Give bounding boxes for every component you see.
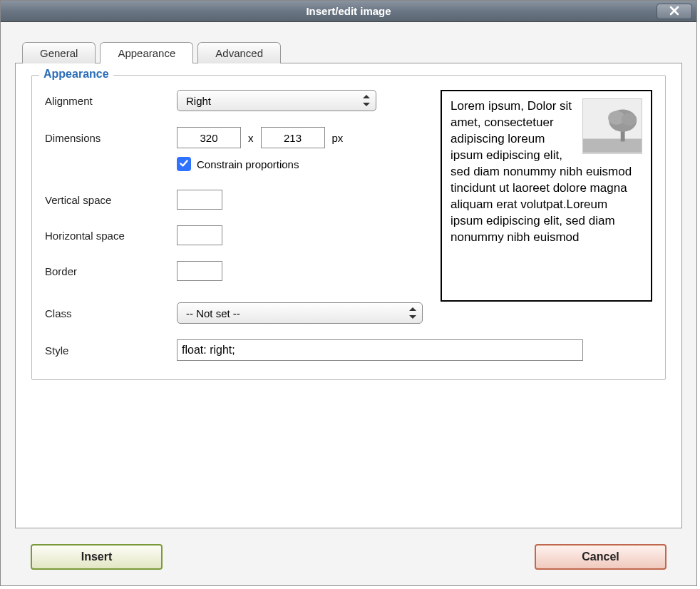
close-icon xyxy=(669,6,679,18)
constrain-checkbox[interactable] xyxy=(177,157,191,171)
constrain-label: Constrain proportions xyxy=(197,158,299,170)
close-button[interactable] xyxy=(657,4,692,19)
class-label: Class xyxy=(45,307,177,319)
tab-label: Appearance xyxy=(118,47,175,59)
hspace-input[interactable] xyxy=(177,225,222,245)
select-value: Right xyxy=(186,95,211,107)
insert-button[interactable]: Insert xyxy=(31,544,163,570)
alignment-select[interactable]: Right xyxy=(177,90,376,111)
chevron-updown-icon xyxy=(363,95,370,106)
tree-icon xyxy=(583,98,642,153)
tab-advanced[interactable]: Advanced xyxy=(197,42,281,63)
dim-separator: x xyxy=(248,132,254,144)
vspace-input[interactable] xyxy=(177,190,222,210)
row-class: Class -- Not set -- xyxy=(45,302,652,324)
style-label: Style xyxy=(45,344,177,357)
border-label: Border xyxy=(45,265,177,277)
tab-label: Advanced xyxy=(215,47,263,59)
dialog-footer: Insert Cancel xyxy=(15,528,682,585)
vspace-label: Vertical space xyxy=(45,194,177,206)
width-input[interactable] xyxy=(177,127,241,148)
hspace-label: Horizontal space xyxy=(45,230,177,242)
tab-bar: General Appearance Advanced xyxy=(15,42,682,63)
fieldset-legend: Appearance xyxy=(39,68,113,81)
button-label: Cancel xyxy=(582,550,619,563)
dim-unit: px xyxy=(332,132,344,144)
preview-image xyxy=(582,98,642,154)
height-input[interactable] xyxy=(261,127,325,148)
dialog: Insert/edit image General Appearance Adv… xyxy=(0,0,697,586)
style-input[interactable] xyxy=(177,339,583,361)
tab-general[interactable]: General xyxy=(22,42,96,63)
preview-box: Lorem ipsum, Dolor sit amet, consectetue… xyxy=(441,90,652,302)
dialog-body: General Appearance Advanced Appearance A… xyxy=(1,22,696,585)
svg-rect-0 xyxy=(583,139,642,153)
appearance-fieldset: Appearance Alignment Right Dimensions xyxy=(31,75,666,380)
dimensions-label: Dimensions xyxy=(45,132,177,144)
button-label: Insert xyxy=(81,550,113,563)
chevron-updown-icon xyxy=(409,307,416,319)
svg-point-4 xyxy=(622,113,637,126)
select-value: -- Not set -- xyxy=(186,307,240,319)
check-icon xyxy=(179,158,189,170)
alignment-label: Alignment xyxy=(45,95,177,107)
cancel-button[interactable]: Cancel xyxy=(535,544,666,570)
tab-appearance[interactable]: Appearance xyxy=(100,42,193,63)
titlebar: Insert/edit image xyxy=(1,1,696,22)
class-select[interactable]: -- Not set -- xyxy=(177,302,423,324)
tab-label: General xyxy=(40,47,78,59)
border-input[interactable] xyxy=(177,261,222,281)
tab-panel: Appearance Alignment Right Dimensions xyxy=(15,63,682,528)
dialog-title: Insert/edit image xyxy=(306,5,391,17)
row-style: Style xyxy=(45,339,652,361)
